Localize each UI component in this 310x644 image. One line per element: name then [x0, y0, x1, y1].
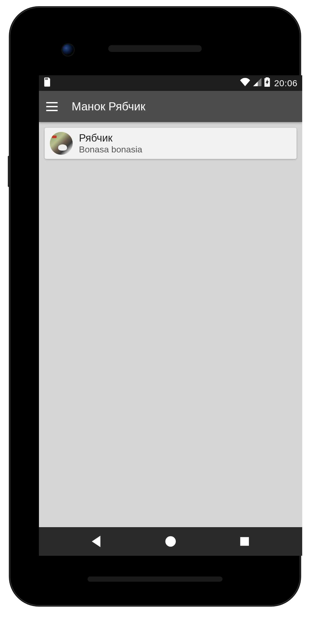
app-bar: Манок Рябчик	[39, 91, 302, 122]
svg-rect-4	[240, 537, 249, 546]
bird-avatar	[50, 132, 73, 155]
phone-frame: 20:06 Манок Рябчик Рябчик Bonasa bonasia	[10, 8, 300, 605]
svg-rect-0	[45, 78, 46, 80]
navigation-bar	[39, 527, 302, 556]
svg-point-3	[165, 536, 176, 547]
list-item-text: Рябчик Bonasa bonasia	[79, 132, 142, 155]
wifi-icon	[240, 78, 250, 88]
svg-rect-2	[47, 78, 48, 80]
svg-rect-1	[46, 78, 47, 80]
earpiece-speaker	[108, 45, 202, 52]
status-clock: 20:06	[274, 78, 298, 88]
bottom-speaker	[87, 576, 223, 582]
phone-bezel: 20:06 Манок Рябчик Рябчик Bonasa bonasia	[16, 13, 294, 600]
list-item[interactable]: Рябчик Bonasa bonasia	[45, 128, 296, 159]
app-title: Манок Рябчик	[72, 100, 145, 113]
list-item-subtitle: Bonasa bonasia	[79, 144, 142, 155]
menu-icon[interactable]	[45, 100, 59, 113]
cell-signal-icon	[253, 78, 262, 88]
front-camera	[62, 44, 74, 56]
status-bar: 20:06	[39, 75, 302, 91]
recent-apps-button[interactable]	[237, 534, 252, 549]
back-button[interactable]	[89, 534, 104, 549]
list-item-title: Рябчик	[79, 132, 142, 144]
device-screen: 20:06 Манок Рябчик Рябчик Bonasa bonasia	[39, 75, 302, 556]
content-area: Рябчик Bonasa bonasia	[39, 122, 302, 165]
sd-card-icon	[44, 77, 51, 89]
home-button[interactable]	[163, 534, 178, 549]
battery-charging-icon	[264, 77, 270, 89]
